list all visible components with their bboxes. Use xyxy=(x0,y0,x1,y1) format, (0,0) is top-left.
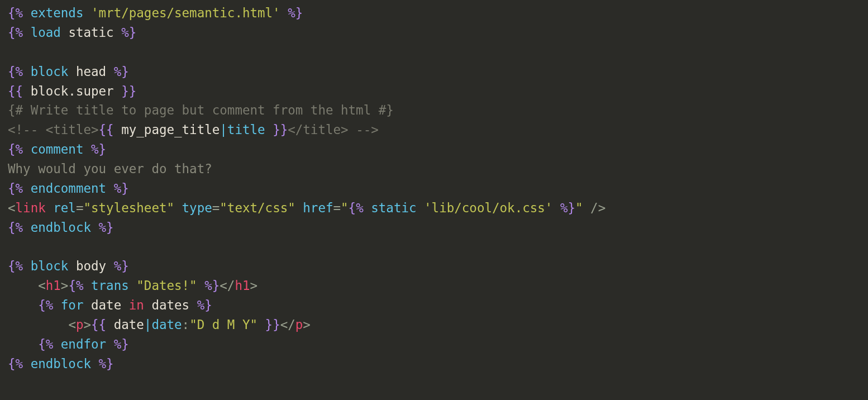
keyword-endcomment: endcomment xyxy=(31,181,106,196)
keyword-endfor: endfor xyxy=(61,337,106,351)
string-literal: "D d M Y" xyxy=(189,317,257,332)
angle-bracket: > xyxy=(83,317,91,332)
code-line: {% comment %} xyxy=(8,142,106,156)
pipe: | xyxy=(144,317,152,332)
tag-delim: %} xyxy=(114,259,129,273)
keyword-load: load xyxy=(31,25,61,40)
tag-delim: %} xyxy=(99,220,114,235)
identifier: date xyxy=(91,298,121,312)
angle-bracket: </ xyxy=(220,278,235,293)
indent xyxy=(8,317,68,332)
code-line: {% block head %} xyxy=(8,64,129,79)
quote: " xyxy=(575,201,583,215)
tag-delim: {% xyxy=(8,356,23,371)
html-tag-h1-close: h1 xyxy=(235,278,250,293)
angle-bracket: > xyxy=(61,278,69,293)
angle-bracket: > xyxy=(250,278,258,293)
filter-name: date xyxy=(151,317,182,332)
indent xyxy=(8,298,38,312)
angle-bracket: > xyxy=(303,317,311,332)
code-line: {% endblock %} xyxy=(8,356,114,371)
indent xyxy=(8,278,38,293)
keyword-comment: comment xyxy=(31,142,84,156)
html-tag-h1: h1 xyxy=(46,278,61,293)
html-tag-p-close: p xyxy=(295,317,303,332)
identifier: my_page_title xyxy=(121,122,220,137)
code-line: {% for date in dates %} xyxy=(8,298,212,312)
var-delim: }} xyxy=(273,122,288,137)
tag-delim: %} xyxy=(204,278,220,293)
angle-bracket: < xyxy=(68,317,76,332)
attr-type: type xyxy=(182,201,212,215)
attr-value: "text/css" xyxy=(220,201,295,215)
tag-delim: {% xyxy=(349,201,364,215)
tag-delim: {% xyxy=(8,25,23,40)
tag-delim: %} xyxy=(91,142,106,156)
tag-delim: {% xyxy=(68,278,83,293)
code-line: <h1>{% trans "Dates!" %}</h1> xyxy=(8,278,257,293)
var-delim: }} xyxy=(121,84,136,98)
identifier: dates xyxy=(151,298,189,312)
tag-delim: {% xyxy=(38,298,53,312)
var-delim: {{ xyxy=(99,122,114,137)
equals: = xyxy=(76,201,84,215)
angle-bracket: </ xyxy=(280,317,295,332)
html-tag-link: link xyxy=(16,201,46,215)
identifier: body xyxy=(76,259,106,273)
tag-delim: %} xyxy=(288,6,303,20)
code-line: {{ block.super }} xyxy=(8,84,136,98)
code-line: <p>{{ date|date:"D d M Y" }}</p> xyxy=(8,317,311,332)
var-delim: {{ xyxy=(8,84,23,98)
equals: = xyxy=(212,201,220,215)
keyword-endblock: endblock xyxy=(31,356,91,371)
template-comment: {# Write title to page but comment from … xyxy=(8,103,394,117)
tag-delim: %} xyxy=(114,337,129,351)
code-line: {% load static %} xyxy=(8,25,136,40)
tag-delim: %} xyxy=(114,64,129,79)
keyword-endblock: endblock xyxy=(31,220,91,235)
code-line: {% endcomment %} xyxy=(8,181,129,196)
keyword-static: static xyxy=(371,201,416,215)
keyword-in: in xyxy=(129,298,144,312)
code-line: {% extends 'mrt/pages/semantic.html' %} xyxy=(8,6,303,20)
tag-delim: {% xyxy=(8,142,23,156)
colon: : xyxy=(182,317,190,332)
tag-delim: {% xyxy=(8,259,23,273)
self-close: /> xyxy=(583,201,606,215)
html-comment: <!-- <title> xyxy=(8,122,99,137)
string-literal: "Dates!" xyxy=(136,278,197,293)
string-literal: 'mrt/pages/semantic.html' xyxy=(91,6,280,20)
quote: " xyxy=(341,201,349,215)
identifier: date xyxy=(114,317,144,332)
code-line: {% endfor %} xyxy=(8,337,129,351)
code-line: {# Write title to page but comment from … xyxy=(8,103,394,117)
html-comment: </title> --> xyxy=(288,122,379,137)
pipe: | xyxy=(220,122,227,137)
tag-delim: {% xyxy=(8,181,23,196)
tag-delim: {% xyxy=(8,64,23,79)
tag-delim: {% xyxy=(38,337,53,351)
var-delim: {{ xyxy=(91,317,106,332)
var-delim: }} xyxy=(265,317,280,332)
attr-value: "stylesheet" xyxy=(83,201,174,215)
code-block: {% extends 'mrt/pages/semantic.html' %} … xyxy=(0,0,868,385)
keyword-for: for xyxy=(61,298,84,312)
tag-delim: %} xyxy=(99,356,114,371)
attr-href: href xyxy=(303,201,333,215)
tag-delim: %} xyxy=(560,201,575,215)
tag-delim: {% xyxy=(8,220,23,235)
keyword-block: block xyxy=(31,64,69,79)
identifier: static xyxy=(68,25,113,40)
identifier: block.super xyxy=(31,84,114,98)
code-line: <link rel="stylesheet" type="text/css" h… xyxy=(8,201,605,215)
angle-bracket: < xyxy=(8,201,16,215)
code-line: <!-- <title>{{ my_page_title|title }}</t… xyxy=(8,122,379,137)
angle-bracket: < xyxy=(38,278,46,293)
attr-rel: rel xyxy=(53,201,76,215)
comment-body: Why would you ever do that? xyxy=(8,161,212,176)
equals: = xyxy=(333,201,341,215)
tag-delim: %} xyxy=(121,25,136,40)
indent xyxy=(8,337,38,351)
code-line: Why would you ever do that? xyxy=(8,161,212,176)
string-literal: 'lib/cool/ok.css' xyxy=(424,201,552,215)
